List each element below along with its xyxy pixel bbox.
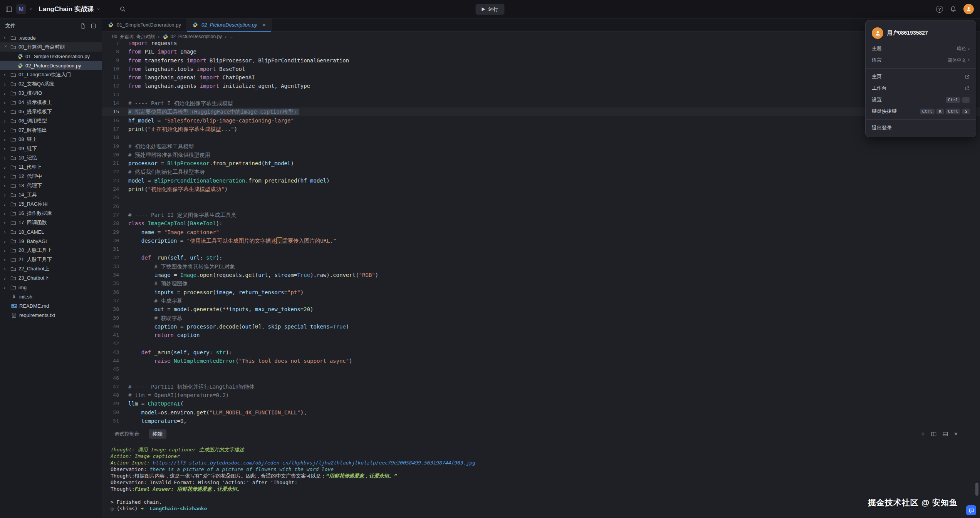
line-number[interactable]: 24 [102,185,119,193]
line-number[interactable]: 32 [102,253,119,262]
tree-item-00_开篇词_奇点时刻[interactable]: ›00_开篇词_奇点时刻 [0,42,102,52]
tree-item-README.md[interactable]: README.md [0,301,102,310]
line-number[interactable]: 14 [102,99,119,107]
code-line-24[interactable]: 24print("初始化图像字幕生成模型成功") [102,185,980,193]
line-number[interactable]: 29 [102,228,119,236]
code-line-13[interactable]: 13 [102,91,980,99]
tree-item-16_操作数据库[interactable]: ›16_操作数据库 [0,209,102,218]
menu-item-主页[interactable]: 主页 [866,71,976,82]
tree-item-02_文档QA系统[interactable]: ›02_文档QA系统 [0,79,102,89]
tree-item-19_BabyAGI[interactable]: ›19_BabyAGI [0,236,102,246]
tree-item-02_PictureDescription.py[interactable]: 02_PictureDescription.py [0,61,102,70]
tree-item-04_提示模板上[interactable]: ›04_提示模板上 [0,98,102,107]
code-line-8[interactable]: 8from PIL import Image [102,47,980,56]
line-number[interactable]: 12 [102,82,119,90]
code-line-17[interactable]: 17print("正在初始化图像字幕生成模型...") [102,125,980,133]
line-number[interactable]: 40 [102,322,119,331]
line-number[interactable]: 25 [102,193,119,202]
breadcrumb-item[interactable]: 00_开篇词_奇点时刻 [112,34,155,40]
close-tab-icon[interactable]: × [262,22,266,28]
tree-item-img[interactable]: ›img [0,283,102,292]
split-terminal-icon[interactable] [931,431,936,437]
code-line-10[interactable]: 10from langchain.tools import BaseTool [102,65,980,73]
line-number[interactable]: 34 [102,271,119,279]
breadcrumb-item[interactable]: ... [230,34,233,39]
terminal-scrollbar[interactable] [975,483,978,496]
tree-item-17_回调函数[interactable]: ›17_回调函数 [0,218,102,227]
tree-item-18_CAMEL[interactable]: ›18_CAMEL [0,227,102,236]
tree-item-13_代理下[interactable]: ›13_代理下 [0,181,102,190]
line-number[interactable]: 10 [102,65,119,73]
line-number[interactable]: 26 [102,202,119,211]
code-line-49[interactable]: 49llm = ChatOpenAI( [102,399,980,408]
code-line-39[interactable]: 39 # 获取字幕 [102,314,980,322]
chat-widget-button[interactable] [966,505,976,515]
code-line-21[interactable]: 21processor = BlipProcessor.from_pretrai… [102,159,980,168]
line-number[interactable]: 17 [102,125,119,133]
code-line-15[interactable]: 15# 指定要使用的工具模型（HuggingFace中的image-captio… [102,107,980,116]
code-line-27[interactable]: 27# ---- Part II 定义图像字幕生成工具类 [102,211,980,219]
code-line-50[interactable]: 50 model=os.environ.get("LLM_MODEL_4K_FU… [102,408,980,417]
code-line-26[interactable]: 26 [102,202,980,211]
code-line-48[interactable]: 48# llm = OpenAI(temperature=0.2) [102,391,980,399]
tree-item-10_记忆[interactable]: ›10_记忆 [0,153,102,163]
code-line-20[interactable]: 20# 预处理器将准备图像供模型使用 [102,151,980,159]
tree-item-12_代理中[interactable]: ›12_代理中 [0,172,102,181]
menu-item-主题[interactable]: 主题暗色› [866,43,976,54]
code-line-36[interactable]: 36 inputs = processor(image, return_tens… [102,288,980,297]
code-line-14[interactable]: 14# ---- Part I 初始化图像字幕生成模型 [102,99,980,107]
line-number[interactable]: 27 [102,211,119,219]
line-number[interactable]: 44 [102,357,119,365]
code-line-22[interactable]: 22# 然后我们初始化工具模型本身 [102,168,980,176]
line-number[interactable]: 22 [102,168,119,176]
line-number[interactable]: 7 [102,42,119,47]
new-terminal-icon[interactable]: + [921,431,925,437]
code-line-43[interactable]: 43 def _arun(self, query: str): [102,348,980,357]
tree-item-01_SimpleTextGeneration.py[interactable]: 01_SimpleTextGeneration.py [0,52,102,61]
code-line-23[interactable]: 23model = BlipForConditionalGeneration.f… [102,176,980,185]
panel-tab-终端[interactable]: 终端 [149,429,166,439]
code-line-28[interactable]: 28class ImageCapTool(BaseTool): [102,219,980,228]
notifications-bell-icon[interactable] [950,6,957,12]
line-number[interactable]: 8 [102,47,119,56]
line-number[interactable]: 18 [102,133,119,142]
maximize-panel-icon[interactable] [943,431,948,437]
code-line-42[interactable]: 42 [102,339,980,348]
code-line-11[interactable]: 11from langchain_openai import ChatOpenA… [102,73,980,82]
tree-item-requirements.txt[interactable]: requirements.txt [0,310,102,320]
tree-item-06_调用模型[interactable]: ›06_调用模型 [0,116,102,126]
tree-item-08_链上[interactable]: ›08_链上 [0,135,102,144]
help-icon[interactable]: ? [936,6,943,13]
line-number[interactable]: 11 [102,73,119,82]
code-line-41[interactable]: 41 return caption [102,331,980,339]
line-number[interactable]: 9 [102,56,119,65]
code-line-19[interactable]: 19# 初始化处理器和工具模型 [102,142,980,151]
line-number[interactable]: 46 [102,374,119,382]
line-number[interactable]: 19 [102,142,119,151]
code-line-40[interactable]: 40 caption = processor.decode(out[0], sk… [102,322,980,331]
code-line-45[interactable]: 45 [102,365,980,374]
tree-item-15_RAG应用[interactable]: ›15_RAG应用 [0,199,102,209]
new-file-icon[interactable] [80,23,86,29]
run-button[interactable]: 运行 [476,4,505,15]
code-line-12[interactable]: 12from langchain.agents import initializ… [102,82,980,90]
panel-tab-调试控制台[interactable]: 调试控制台 [111,429,143,439]
line-number[interactable]: 31 [102,245,119,253]
user-avatar[interactable] [963,4,974,14]
tree-item-21_人脉工具下[interactable]: ›21_人脉工具下 [0,255,102,264]
close-panel-icon[interactable]: × [954,431,958,437]
line-number[interactable]: 13 [102,91,119,99]
line-number[interactable]: 43 [102,348,119,357]
breadcrumb-item[interactable]: 02_PictureDescription.py [163,34,222,40]
menu-item-键盘快捷键[interactable]: 键盘快捷键CtrlKCtrlS [866,106,976,117]
tree-item-20_人脉工具上[interactable]: ›20_人脉工具上 [0,246,102,255]
line-number[interactable]: 37 [102,297,119,305]
line-number[interactable]: 21 [102,159,119,168]
line-number[interactable]: 41 [102,331,119,339]
project-chevron-down-icon[interactable]: › [96,8,101,10]
line-number[interactable]: 42 [102,339,119,348]
line-number[interactable]: 49 [102,399,119,408]
search-icon[interactable] [119,6,126,12]
line-number[interactable]: 30 [102,236,119,245]
code-line-38[interactable]: 38 out = model.generate(**inputs, max_ne… [102,305,980,313]
